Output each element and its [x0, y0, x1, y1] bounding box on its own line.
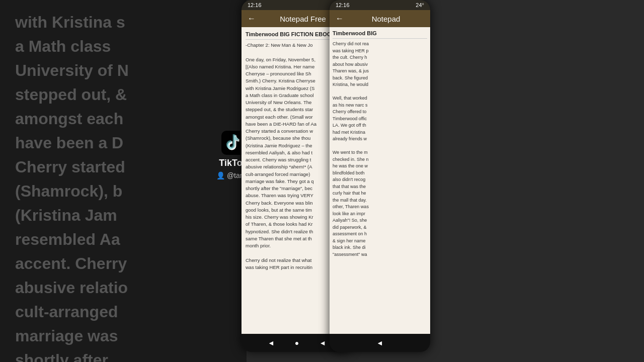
phones-container: 12:16 24° ← Notepad Free Timberwood BIG … [242, 0, 423, 362]
back-button-left[interactable]: ← [248, 14, 256, 23]
time-right: 12:16 [336, 2, 350, 8]
home-nav-left[interactable]: ● [295, 339, 299, 347]
note-body-right[interactable]: Cherry did not rea was taking HER p the … [333, 41, 427, 258]
phone-right: 12:16 24° ← Notepad Timberwood BIG Cherr… [330, 0, 430, 352]
app-title-right: Notepad [348, 15, 424, 23]
back-nav-right[interactable]: ◄ [376, 339, 383, 347]
menu-nav-left[interactable]: ◄ [319, 339, 326, 347]
temp-right: 24° [416, 2, 424, 8]
back-button-right[interactable]: ← [336, 14, 344, 23]
note-content-right: Timberwood BIG Cherry did not rea was ta… [330, 27, 430, 341]
note-title-right: Timberwood BIG [333, 30, 427, 39]
status-bar-right: 12:16 24° [330, 0, 430, 10]
bg-left-text: with Kristina s a Math class University … [15, 10, 231, 362]
app-header-right: ← Notepad [330, 10, 430, 27]
nav-bar-right: ◄ [330, 334, 430, 352]
bg-left-panel: with Kristina s a Math class University … [0, 0, 247, 362]
time-left: 12:16 [248, 2, 262, 8]
back-nav-left[interactable]: ◄ [268, 339, 275, 347]
